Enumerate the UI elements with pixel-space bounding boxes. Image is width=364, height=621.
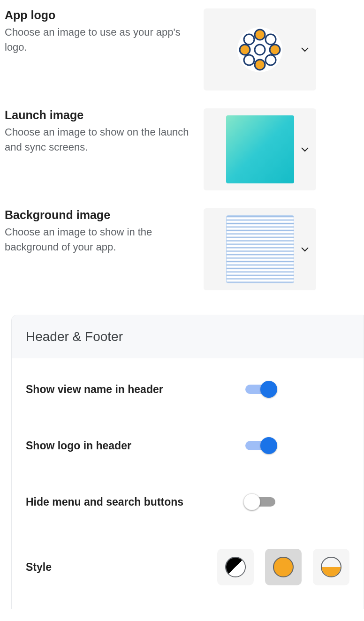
style-option-bw[interactable]: [217, 549, 254, 585]
svg-point-6: [244, 55, 254, 65]
row-show-logo: Show logo in header: [26, 417, 349, 474]
half-fill-circle-icon: [321, 557, 341, 577]
dropdown-caret-icon: [301, 147, 309, 152]
row-style: Style: [26, 530, 349, 604]
setting-app-logo: App logo Choose an image to use as your …: [0, 4, 364, 104]
setting-background-image: Background image Choose an image to show…: [0, 204, 364, 303]
setting-title: Launch image: [5, 108, 192, 122]
launch-image-picker[interactable]: [204, 108, 316, 190]
app-logo-picker[interactable]: [204, 8, 316, 91]
dropdown-caret-icon: [301, 47, 309, 52]
setting-description: Choose an image to show on the launch an…: [5, 125, 192, 155]
toggle-show-logo[interactable]: [243, 436, 277, 455]
background-image-preview: [226, 215, 294, 283]
section-title: Header & Footer: [12, 315, 364, 358]
setting-title: App logo: [5, 8, 192, 22]
row-label: Show view name in header: [26, 383, 232, 396]
branding-settings-list: App logo Choose an image to use as your …: [0, 0, 364, 303]
dropdown-caret-icon: [301, 247, 309, 252]
background-image-picker[interactable]: [204, 208, 316, 290]
setting-launch-image: Launch image Choose an image to show on …: [0, 104, 364, 204]
section-body: Show view name in header Show logo in he…: [12, 358, 364, 609]
row-label: Hide menu and search buttons: [26, 496, 232, 508]
svg-point-4: [265, 55, 276, 65]
setting-text: Background image Choose an image to show…: [5, 208, 192, 255]
svg-point-2: [265, 34, 276, 45]
svg-point-5: [255, 60, 265, 70]
header-footer-section: Header & Footer Show view name in header…: [11, 315, 364, 609]
setting-description: Choose an image to use as your app's log…: [5, 25, 192, 55]
svg-point-7: [240, 45, 250, 55]
style-option-half[interactable]: [313, 549, 349, 585]
svg-point-9: [255, 45, 265, 55]
toggle-hide-menu-search[interactable]: [243, 492, 277, 511]
row-label: Show logo in header: [26, 439, 232, 452]
bw-half-circle-icon: [225, 557, 246, 577]
app-logo-icon: [236, 26, 283, 73]
svg-point-1: [255, 30, 265, 40]
toggle-show-view-name[interactable]: [243, 380, 277, 399]
solid-circle-icon: [273, 557, 294, 577]
svg-point-8: [244, 34, 254, 45]
setting-title: Background image: [5, 208, 192, 222]
app-logo-preview: [226, 15, 294, 83]
style-swatch-group: [131, 549, 349, 585]
setting-text: Launch image Choose an image to show on …: [5, 108, 192, 155]
row-hide-menu-search: Hide menu and search buttons: [26, 474, 349, 530]
row-label: Style: [26, 561, 120, 574]
svg-point-3: [270, 45, 280, 55]
setting-description: Choose an image to show in the backgroun…: [5, 225, 192, 255]
launch-image-preview: [226, 115, 294, 183]
setting-text: App logo Choose an image to use as your …: [5, 8, 192, 55]
row-show-view-name: Show view name in header: [26, 361, 349, 417]
style-option-solid[interactable]: [265, 549, 302, 585]
